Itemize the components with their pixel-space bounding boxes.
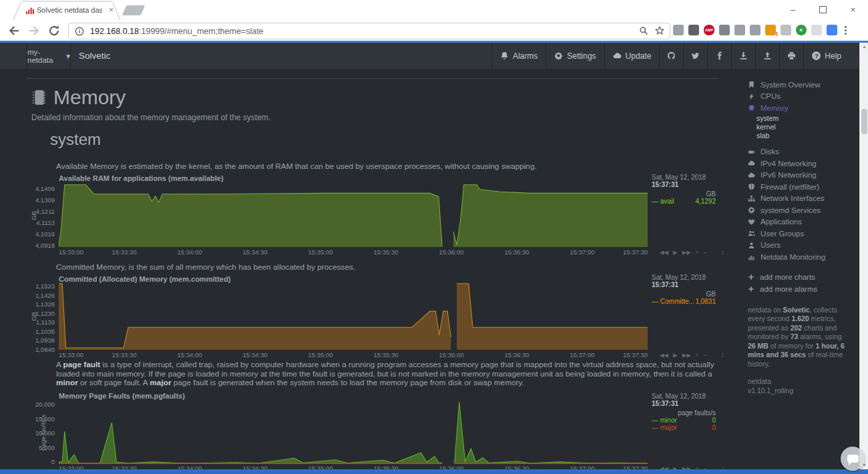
sidebar-item-firewall-netfilter[interactable]: Firewall (netfilter)	[748, 181, 860, 193]
info-circle-icon[interactable]	[75, 27, 84, 36]
y-tick: 4,0918	[35, 242, 55, 249]
legend-name: — major	[652, 424, 677, 431]
new-tab-button[interactable]	[122, 5, 146, 15]
legend-entry-major[interactable]: — major0	[652, 424, 716, 431]
sidebar-item-kernel[interactable]: kernel	[748, 123, 860, 132]
chart-toolbar: ◀◀▶▶▶+−↕	[660, 351, 724, 359]
sidebar-item-cpus[interactable]: CPUs	[748, 91, 860, 103]
sidebar-item-user-groups[interactable]: User Groups	[748, 228, 860, 240]
chat-widget-button[interactable]	[841, 447, 865, 471]
scroll-up-icon[interactable]: ▲	[860, 43, 868, 51]
github-button[interactable]	[659, 43, 683, 69]
export-button[interactable]	[755, 43, 779, 69]
sidebar-item-system[interactable]: system	[748, 114, 860, 123]
sidebar-link-add-more-alarms[interactable]: add more alarms	[748, 283, 860, 295]
sidebar-item-slab[interactable]: slab	[748, 132, 860, 140]
address-bar[interactable]: 192.168.0.18:19999/#menu_mem;theme=slate	[68, 23, 670, 39]
zoom-out-icon[interactable]: −	[704, 352, 707, 359]
stack-extension-icon[interactable]	[719, 25, 730, 35]
x-tick: 15:36:00	[439, 351, 464, 359]
twitter-button[interactable]	[683, 43, 707, 69]
play-icon[interactable]: ▶	[673, 352, 678, 359]
chart-toolbar: ◀◀▶▶▶+−↕	[660, 248, 724, 256]
bird-extension-icon[interactable]	[688, 25, 699, 35]
resize-icon[interactable]: ↕	[721, 248, 724, 256]
scrollbar-thumb[interactable]	[861, 109, 867, 134]
forward-icon[interactable]	[28, 25, 40, 37]
heart-icon	[748, 218, 755, 226]
antenna-extension-icon[interactable]	[750, 25, 761, 35]
sidebar-item-ipv4-networking[interactable]: IPv4 Networking	[748, 158, 860, 170]
zoom-in-icon[interactable]: +	[696, 352, 699, 359]
legend-name: — minor	[652, 417, 677, 424]
resize-icon[interactable]: ↕	[721, 351, 724, 359]
browser-tab[interactable]: Solvetic netdata dashboa ×	[12, 1, 122, 20]
page-scrollbar[interactable]: ▲ ▼	[859, 43, 868, 469]
seek-backward-icon[interactable]: ◀◀	[660, 352, 668, 359]
seek-forward-icon[interactable]: ▶▶	[682, 352, 691, 359]
help-button[interactable]: ?Help	[803, 43, 849, 69]
sidebar-item-label: CPUs	[761, 92, 781, 100]
sidebar-item-label: slab	[756, 132, 769, 140]
my-netdata-label: my-netdata	[27, 48, 63, 64]
sidebar-item-memory[interactable]: Memory	[748, 102, 860, 114]
chart-canvas-mem.available[interactable]	[59, 184, 648, 247]
sidebar-item-label: Disks	[761, 148, 779, 156]
settings-button[interactable]: Settings	[546, 43, 604, 69]
sidebar-item-netdata-monitoring[interactable]: Netdata Monitoring	[748, 251, 860, 263]
sidebar-item-label: IPv6 Networking	[761, 171, 817, 179]
magnifier-icon[interactable]	[639, 26, 648, 35]
hand-extension-icon[interactable]	[781, 25, 791, 35]
tool-extension-icon[interactable]	[673, 25, 684, 35]
update-button-label: Update	[626, 51, 652, 61]
frame-extension-icon[interactable]	[811, 25, 822, 35]
key-extension-icon[interactable]: !	[765, 25, 776, 35]
legend-entry-avail[interactable]: — avail4,1292	[652, 198, 716, 205]
seek-forward-icon[interactable]: ▶▶	[682, 249, 691, 256]
tab-close-icon[interactable]: ×	[109, 5, 114, 15]
chart-mem-pgfaults[interactable]: Memory Page Faults (mem.pgfaults)page fa…	[0, 391, 731, 474]
reload-icon[interactable]	[48, 25, 60, 37]
kebab-menu-icon[interactable]	[841, 24, 850, 36]
tab-title: Solvetic netdata dashboa	[37, 6, 102, 15]
window-controls: –×	[778, 0, 868, 20]
alarms-button[interactable]: Alarms	[491, 43, 546, 69]
sidebar-item-label: Memory	[761, 104, 789, 112]
chat-bubble-icon	[847, 455, 859, 463]
zoom-out-icon[interactable]: −	[704, 249, 707, 256]
close-button[interactable]: ×	[838, 0, 868, 19]
adblock-icon[interactable]: ABP	[704, 25, 714, 35]
back-icon[interactable]	[8, 25, 20, 37]
y-tick: 5,000	[39, 445, 55, 451]
window-extension-icon[interactable]	[827, 25, 837, 35]
hostname-brand[interactable]: Solvetic	[79, 43, 110, 69]
legend-entry-committe[interactable]: — Committe...1,0831	[652, 298, 716, 305]
my-netdata-dropdown[interactable]: my-netdata ▾	[27, 43, 71, 69]
legend-entry-minor[interactable]: — minor0	[652, 417, 716, 424]
sidebar-item-ipv6-networking[interactable]: IPv6 Networking	[748, 170, 860, 182]
sidebar-item-systemd-services[interactable]: systemd Services	[748, 204, 860, 216]
print-button[interactable]	[779, 43, 803, 69]
chart-canvas-mem.committed[interactable]	[59, 283, 648, 350]
sidebar-item-network-interfaces[interactable]: Network Interfaces	[748, 193, 860, 205]
import-button[interactable]	[731, 43, 755, 69]
sidebar-item-system-overview[interactable]: System Overview	[748, 79, 860, 91]
k-extension-icon[interactable]: K	[796, 25, 807, 35]
play-icon[interactable]: ▶	[673, 249, 678, 256]
sidebar-item-applications[interactable]: Applications	[748, 216, 860, 228]
chart-mem-committed[interactable]: Committed (Allocated) Memory (mem.commit…	[0, 272, 731, 361]
chart-mem-available[interactable]: Available RAM for applications (mem.avai…	[0, 172, 731, 259]
facebook-button[interactable]	[707, 43, 731, 69]
minimize-button[interactable]: –	[778, 0, 808, 19]
maximize-button[interactable]	[808, 0, 838, 19]
star-icon[interactable]	[655, 26, 664, 35]
clipboard-extension-icon[interactable]	[734, 25, 745, 35]
legend-dash-icon: —	[652, 298, 660, 305]
sidebar-link-add-more-charts[interactable]: add more charts	[748, 271, 860, 283]
sidebar-item-disks[interactable]: Disks	[748, 146, 860, 158]
update-button[interactable]: Update	[604, 43, 660, 69]
zoom-in-icon[interactable]: +	[696, 249, 699, 256]
chart-canvas-mem.pgfaults[interactable]	[59, 401, 648, 464]
seek-backward-icon[interactable]: ◀◀	[660, 249, 668, 256]
sidebar-item-users[interactable]: Users	[748, 240, 860, 252]
